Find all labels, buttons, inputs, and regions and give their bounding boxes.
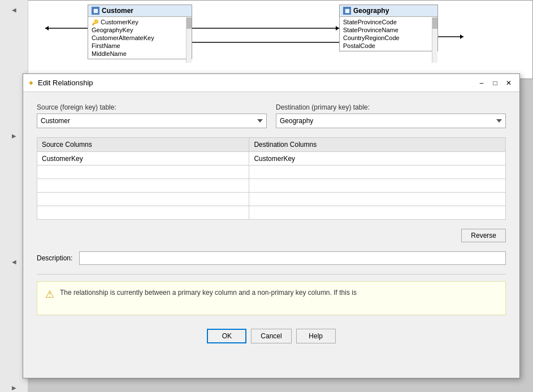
dialog-title: Edit Relationship (38, 79, 93, 87)
geography-table-icon: ▦ (343, 7, 351, 15)
table-row (37, 193, 506, 206)
geography-table-header: ▦ Geography (340, 5, 437, 17)
customer-table-header: ▦ Customer (88, 5, 192, 17)
customer-col-1: CustomerKey (101, 19, 138, 25)
table-selects-row: Source (foreign key) table: Customer Des… (37, 103, 506, 128)
description-row: Description: (37, 251, 506, 265)
destination-label: Destination (primary key) table: (276, 103, 506, 111)
empty-dest-cell-4 (249, 206, 506, 220)
table-row: PostalCode (340, 42, 437, 50)
description-input[interactable] (79, 251, 506, 265)
close-button[interactable]: ✕ (502, 77, 515, 89)
warning-box: ⚠ The relationship is currently between … (37, 281, 506, 315)
minimize-button[interactable]: – (475, 77, 488, 89)
customer-col-2: GeographyKey (92, 27, 133, 33)
table-row: MiddleName (88, 50, 192, 58)
geography-table-title: Geography (353, 7, 389, 15)
warning-icon: ⚠ (45, 288, 54, 300)
customer-table-title: Customer (102, 7, 133, 15)
table-row: StateProvinceName (340, 26, 437, 34)
maximize-button[interactable]: □ (489, 77, 501, 89)
destination-table-select[interactable]: Geography (276, 114, 506, 128)
source-column-cell[interactable]: CustomerKey (37, 152, 249, 165)
destination-columns-header: Destination Columns (249, 138, 506, 152)
table-row: FirstName (88, 42, 192, 50)
key-icon: 🔑 (92, 19, 98, 25)
table-row (37, 206, 506, 220)
customer-col-3: CustomerAlternateKey (92, 34, 154, 41)
columns-table-header: Source Columns Destination Columns (37, 138, 506, 152)
left-arrow-btn[interactable]: ◀ (10, 6, 19, 14)
empty-source-cell-3 (37, 193, 249, 206)
source-group: Source (foreign key) table: Customer (37, 103, 267, 128)
geography-table-rows: StateProvinceCode StateProvinceName Coun… (340, 17, 437, 51)
columns-table-body: CustomerKey CustomerKey (37, 152, 506, 220)
customer-table-scrollbar-thumb (187, 18, 192, 29)
source-label: Source (foreign key) table: (37, 103, 267, 111)
empty-dest-cell-3 (249, 193, 506, 206)
destination-group: Destination (primary key) table: Geograp… (276, 103, 506, 128)
customer-table-icon: ▦ (92, 7, 99, 15)
dialog-icon: ✦ (28, 79, 34, 88)
destination-column-cell[interactable]: CustomerKey (249, 152, 506, 165)
table-row: GeographyKey (88, 26, 192, 34)
edit-relationship-dialog: ✦ Edit Relationship – □ ✕ Source (foreig… (23, 73, 520, 378)
source-table-select[interactable]: Customer (37, 114, 267, 128)
customer-table-scrollbar[interactable] (186, 18, 192, 63)
empty-dest-cell-2 (249, 179, 506, 193)
empty-source-cell (37, 165, 249, 179)
dialog-content: Source (foreign key) table: Customer Des… (23, 92, 519, 359)
table-row: CustomerKey CustomerKey (37, 152, 506, 165)
left-arrow-btn-2[interactable]: ◀ (10, 258, 19, 266)
geo-col-2: StateProvinceName (343, 27, 398, 33)
table-row: CustomerAlternateKey (88, 34, 192, 42)
right-arrow-btn-2[interactable]: ▶ (10, 384, 19, 392)
empty-source-cell-2 (37, 179, 249, 193)
dialog-title-bar: ✦ Edit Relationship – □ ✕ (23, 74, 519, 92)
geography-table-scrollbar-thumb (432, 18, 437, 29)
diagram-area (0, 0, 533, 79)
geo-col-4: PostalCode (343, 42, 375, 49)
table-row (37, 165, 506, 179)
bottom-buttons: OK Cancel Help (37, 324, 506, 348)
customer-col-5: MiddleName (92, 50, 127, 57)
table-row (37, 179, 506, 193)
columns-mapping-table: Source Columns Destination Columns Custo… (37, 137, 506, 220)
empty-dest-cell (249, 165, 506, 179)
reverse-button[interactable]: Reverse (461, 229, 506, 242)
title-bar-controls: – □ ✕ (475, 77, 515, 89)
help-button[interactable]: Help (296, 329, 336, 343)
source-columns-header: Source Columns (37, 138, 249, 152)
right-arrow-btn[interactable]: ▶ (10, 132, 19, 140)
customer-table-diagram: ▦ Customer 🔑 CustomerKey GeographyKey Cu… (88, 5, 192, 59)
columns-header-row: Source Columns Destination Columns (37, 138, 506, 152)
warning-text: The relationship is currently between a … (60, 288, 357, 298)
table-row: 🔑 CustomerKey (88, 18, 192, 26)
table-row: CountryRegionCode (340, 34, 437, 42)
divider (37, 274, 506, 275)
table-row: StateProvinceCode (340, 18, 437, 26)
reverse-button-row: Reverse (37, 229, 506, 242)
empty-source-cell-4 (37, 206, 249, 220)
geography-table-scrollbar[interactable] (432, 18, 437, 63)
title-bar-left: ✦ Edit Relationship (28, 79, 93, 88)
customer-table-rows: 🔑 CustomerKey GeographyKey CustomerAlter… (88, 17, 192, 59)
geography-table-diagram: ▦ Geography StateProvinceCode StateProvi… (339, 5, 438, 51)
ok-button[interactable]: OK (207, 329, 246, 343)
cancel-button[interactable]: Cancel (251, 329, 291, 343)
description-label: Description: (37, 254, 72, 262)
geo-col-1: StateProvinceCode (343, 19, 397, 25)
customer-col-4: FirstName (92, 42, 120, 49)
geo-col-3: CountryRegionCode (343, 34, 400, 41)
